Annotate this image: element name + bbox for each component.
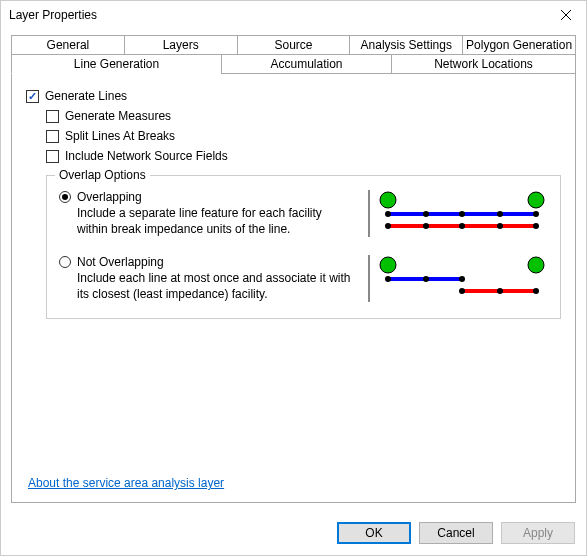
checkbox-label: Generate Lines <box>45 89 127 103</box>
apply-button: Apply <box>501 522 575 544</box>
svg-point-12 <box>423 223 429 229</box>
svg-point-13 <box>459 223 465 229</box>
radio-not-overlapping[interactable]: Not Overlapping <box>59 255 354 269</box>
cancel-button[interactable]: Cancel <box>419 522 493 544</box>
tab-layers[interactable]: Layers <box>124 35 237 55</box>
tab-analysis-settings[interactable]: Analysis Settings <box>349 35 462 55</box>
radio-label: Not Overlapping <box>77 255 164 269</box>
svg-point-19 <box>385 276 391 282</box>
svg-point-24 <box>497 288 503 294</box>
checkbox-label: Include Network Source Fields <box>65 149 228 163</box>
dialog-button-bar: OK Cancel Apply <box>337 522 575 544</box>
svg-point-25 <box>533 288 539 294</box>
check-icon <box>46 110 59 123</box>
check-icon <box>26 90 39 103</box>
radio-icon <box>59 256 71 268</box>
ok-button[interactable]: OK <box>337 522 411 544</box>
svg-point-11 <box>385 223 391 229</box>
checkbox-label: Generate Measures <box>65 109 171 123</box>
checkbox-label: Split Lines At Breaks <box>65 129 175 143</box>
radio-icon <box>59 191 71 203</box>
svg-point-5 <box>385 211 391 217</box>
checkbox-generate-lines[interactable]: Generate Lines <box>26 89 561 103</box>
check-icon <box>46 130 59 143</box>
svg-point-2 <box>380 192 396 208</box>
radio-label: Overlapping <box>77 190 142 204</box>
tab-container: General Layers Source Analysis Settings … <box>11 35 576 503</box>
check-icon <box>46 150 59 163</box>
svg-point-20 <box>423 276 429 282</box>
close-button[interactable] <box>546 1 586 29</box>
svg-point-6 <box>423 211 429 217</box>
close-icon <box>561 10 571 20</box>
checkbox-include-network-source-fields[interactable]: Include Network Source Fields <box>46 149 561 163</box>
svg-point-14 <box>497 223 503 229</box>
checkbox-split-lines-at-breaks[interactable]: Split Lines At Breaks <box>46 129 561 143</box>
tab-line-generation[interactable]: Line Generation <box>11 54 221 74</box>
group-overlap-options: Overlap Options Overlapping Include a se… <box>46 175 561 319</box>
titlebar: Layer Properties <box>1 1 586 29</box>
svg-point-15 <box>533 223 539 229</box>
radio-not-overlapping-desc: Include each line at most once and assoc… <box>77 271 354 302</box>
svg-point-21 <box>459 276 465 282</box>
tab-network-locations[interactable]: Network Locations <box>391 54 576 74</box>
tab-general[interactable]: General <box>11 35 124 55</box>
diagram-overlapping <box>368 190 548 237</box>
svg-point-9 <box>533 211 539 217</box>
tab-source[interactable]: Source <box>237 35 350 55</box>
group-legend: Overlap Options <box>55 168 150 182</box>
window-title: Layer Properties <box>9 8 97 22</box>
tab-polygon-generation[interactable]: Polygon Generation <box>462 35 576 55</box>
tab-panel-line-generation: Generate Lines Generate Measures Split L… <box>11 73 576 503</box>
svg-point-7 <box>459 211 465 217</box>
checkbox-generate-measures[interactable]: Generate Measures <box>46 109 561 123</box>
svg-point-17 <box>528 257 544 273</box>
svg-point-23 <box>459 288 465 294</box>
radio-overlapping-desc: Include a separate line feature for each… <box>77 206 354 237</box>
svg-point-3 <box>528 192 544 208</box>
help-link[interactable]: About the service area analysis layer <box>28 476 224 490</box>
radio-overlapping[interactable]: Overlapping <box>59 190 354 204</box>
svg-point-16 <box>380 257 396 273</box>
svg-point-8 <box>497 211 503 217</box>
diagram-not-overlapping <box>368 255 548 302</box>
tab-accumulation[interactable]: Accumulation <box>221 54 391 74</box>
